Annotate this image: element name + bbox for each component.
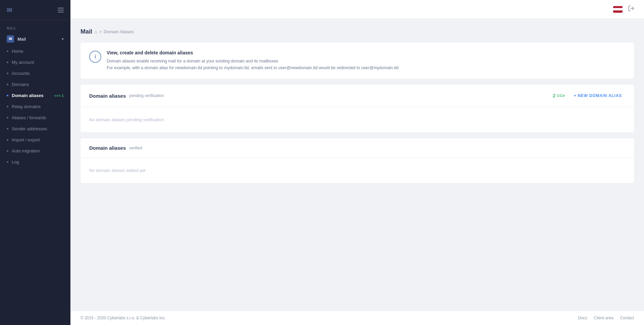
nav-dot	[7, 161, 8, 163]
info-icon: i	[89, 51, 101, 63]
verified-section-body: No domain aliases added yet	[80, 158, 634, 183]
sidebar-item-label: My account	[12, 60, 64, 65]
sidebar: ✉ MAIL ✉ Mail ▾ Home My account Accounts…	[0, 0, 70, 325]
content-area: Mail ⌂ > Domain Aliases i View, create a…	[70, 19, 644, 311]
sidebar-item-label: Domain aliases	[12, 93, 53, 98]
pending-section: Domain aliases pending verification 2 ==…	[80, 85, 634, 132]
nav-dot	[7, 128, 8, 130]
sidebar-item-aliases-forwards[interactable]: Aliases / forwards	[0, 112, 70, 123]
sidebar-item-home[interactable]: Home	[0, 46, 70, 57]
sidebar-item-accounts[interactable]: Accounts	[0, 68, 70, 79]
chevron-down-icon: ▾	[62, 37, 64, 41]
info-line2: For example, with a domain alias for new…	[107, 64, 398, 71]
sidebar-mail-label: Mail	[17, 37, 26, 42]
sidebar-item-label: Accounts	[12, 71, 64, 76]
footer-link-client-area[interactable]: Client area	[594, 316, 613, 320]
mail-icon: ✉	[7, 6, 12, 14]
verified-empty-message: No domain aliases added yet	[89, 168, 625, 173]
sidebar-item-label: Import / export	[12, 137, 64, 142]
logout-button[interactable]	[628, 5, 635, 13]
nav-dot	[7, 50, 8, 52]
pending-section-badge: pending verification	[129, 93, 164, 98]
pending-title-row: Domain aliases pending verification	[89, 93, 164, 99]
breadcrumb-current: Domain Aliases	[104, 29, 134, 34]
verified-section-title: Domain aliases	[89, 145, 126, 151]
new-domain-alias-button[interactable]: + NEW DOMAIN ALIAS	[570, 91, 625, 100]
mail-icon-box: ✉	[7, 35, 14, 43]
main-area: Mail ⌂ > Domain Aliases i View, create a…	[70, 0, 644, 325]
info-line1: Domain aliases enable receiving mail for…	[107, 58, 398, 64]
mail-icon-small: ✉	[9, 37, 12, 41]
sidebar-item-my-account[interactable]: My account	[0, 57, 70, 68]
sidebar-item-mail[interactable]: ✉ Mail ▾	[0, 32, 70, 46]
verified-section: Domain aliases verified No domain aliase…	[80, 138, 634, 183]
info-card: i View, create and delete domain aliases…	[80, 43, 634, 79]
footer-link-docs[interactable]: Docs	[578, 316, 587, 320]
language-flag[interactable]	[613, 6, 623, 13]
sidebar-item-label: Relay domains	[12, 104, 64, 109]
sidebar-item-label: Home	[12, 49, 64, 54]
nav-dot	[7, 61, 8, 63]
hamburger-menu[interactable]	[58, 8, 64, 12]
footer-copyright: © 2015 - 2020 Cyberlabs s.r.o. & Cyberla…	[80, 316, 166, 320]
sidebar-item-log[interactable]: Log	[0, 156, 70, 168]
sidebar-item-sender-addresses[interactable]: Sender addresses	[0, 123, 70, 134]
sidebar-item-label: Aliases / forwards	[12, 115, 64, 120]
verified-section-header: Domain aliases verified	[80, 138, 634, 158]
home-icon[interactable]: ⌂	[94, 29, 97, 35]
sidebar-section-label: MAIL	[0, 20, 70, 32]
sidebar-item-label: Log	[12, 159, 64, 165]
nav-dot	[7, 106, 8, 107]
info-heading: View, create and delete domain aliases	[107, 50, 398, 55]
nav-dot	[7, 117, 8, 119]
verified-title-row: Domain aliases verified	[89, 145, 142, 151]
sidebar-item-label: Domains	[12, 82, 64, 87]
verified-section-badge: verified	[129, 146, 142, 150]
sidebar-item-label: Sender addresses	[12, 126, 64, 131]
breadcrumb: Mail ⌂ > Domain Aliases	[80, 28, 634, 35]
sidebar-item-label: Auto migration	[12, 148, 64, 153]
pending-section-header: Domain aliases pending verification 2 ==…	[80, 85, 634, 107]
footer-link-contact[interactable]: Contact	[620, 316, 634, 320]
page-title: Mail	[80, 28, 92, 35]
sidebar-item-relay-domains[interactable]: Relay domains	[0, 101, 70, 112]
pending-section-actions: 2 ==> + NEW DOMAIN ALIAS	[553, 91, 625, 100]
topbar	[70, 0, 644, 19]
pending-section-body: No domain aliases pending verification	[80, 107, 634, 132]
info-text: View, create and delete domain aliases D…	[107, 50, 398, 71]
nav-dot	[7, 84, 8, 85]
pending-section-title: Domain aliases	[89, 93, 126, 99]
footer: © 2015 - 2020 Cyberlabs s.r.o. & Cyberla…	[70, 311, 644, 325]
nav-dot	[7, 95, 8, 96]
sidebar-item-domains[interactable]: Domains	[0, 79, 70, 90]
sidebar-top: ✉	[0, 0, 70, 20]
pending-count: 2 ==>	[553, 93, 565, 98]
nav-dot	[7, 73, 8, 74]
nav-dot	[7, 150, 8, 152]
active-indicator: <== 1	[54, 94, 64, 98]
pending-empty-message: No domain aliases pending verification	[89, 117, 625, 122]
sidebar-item-domain-aliases[interactable]: Domain aliases <== 1	[0, 90, 70, 101]
sidebar-item-import-export[interactable]: Import / export	[0, 134, 70, 145]
breadcrumb-separator: >	[99, 29, 102, 34]
footer-links: Docs Client area Contact	[578, 316, 634, 320]
sidebar-item-auto-migration[interactable]: Auto migration	[0, 145, 70, 156]
nav-dot	[7, 139, 8, 141]
